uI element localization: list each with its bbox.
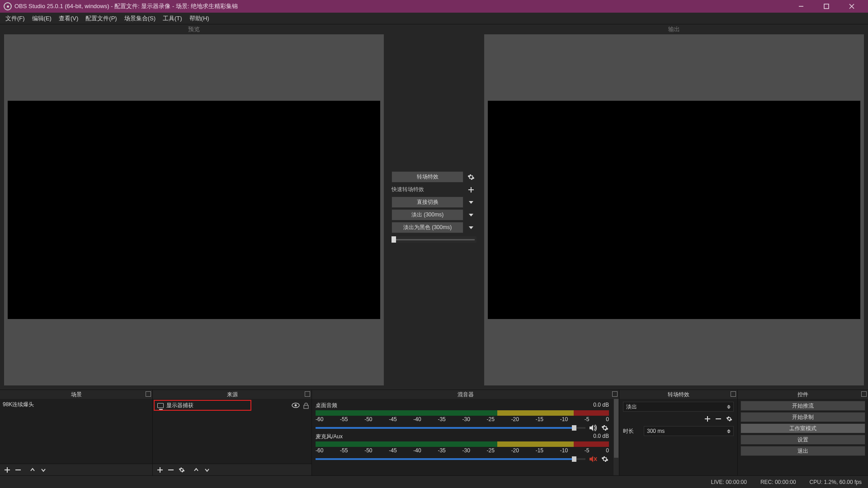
chevron-down-icon[interactable] xyxy=(465,197,476,208)
speaker-icon[interactable] xyxy=(589,424,597,432)
mixer-channel-name: 桌面音频 xyxy=(316,402,337,409)
source-row[interactable]: 显示器捕获 xyxy=(154,400,251,411)
output-pane[interactable] xyxy=(484,34,864,385)
dock-popout-icon[interactable] xyxy=(612,391,618,397)
mixer-channel-db: 0.0 dB xyxy=(593,433,609,441)
scene-row[interactable]: 98K连续爆头 xyxy=(0,399,152,410)
transition-select[interactable]: 淡出 xyxy=(623,402,734,412)
menu-file[interactable]: 文件(F) xyxy=(2,13,28,24)
transition-settings-button[interactable] xyxy=(725,414,734,423)
output-canvas xyxy=(488,101,860,319)
mixer-scrollbar[interactable] xyxy=(613,399,619,475)
quick-transition-fade-black[interactable]: 淡出为黑色 (300ms) xyxy=(392,222,463,233)
menu-help[interactable]: 帮助(H) xyxy=(186,13,213,24)
source-label: 显示器捕获 xyxy=(166,402,193,409)
remove-source-button[interactable] xyxy=(166,465,175,474)
mixer-dock: 混音器 桌面音频0.0 dB -60-55-50-45-40-35-30-25-… xyxy=(312,390,619,475)
minimize-button[interactable] xyxy=(788,0,814,13)
status-live: LIVE: 00:00:00 xyxy=(711,479,746,485)
mixer-meter xyxy=(316,441,609,447)
maximize-button[interactable] xyxy=(814,0,839,13)
quick-transition-cut[interactable]: 直接切换 xyxy=(392,197,463,208)
sources-title: 来源 xyxy=(227,391,238,399)
mixer-volume-slider[interactable] xyxy=(316,458,585,460)
status-bar: LIVE: 00:00:00 REC: 00:00:00 CPU: 1.2%, … xyxy=(0,475,868,488)
remove-transition-button[interactable] xyxy=(714,414,723,423)
transition-column: 转场特效 快速转场特效 直接切换 淡出 (300ms) 淡出为黑色 (3 xyxy=(388,24,480,389)
obs-logo xyxy=(4,2,12,10)
move-source-down-button[interactable] xyxy=(203,465,212,474)
add-quick-transition-icon[interactable] xyxy=(465,184,476,195)
move-scene-up-button[interactable] xyxy=(28,465,37,474)
controls-dock: 控件 开始推流开始录制工作室模式设置退出 xyxy=(738,390,868,475)
svg-rect-1 xyxy=(824,4,829,9)
control-button-4[interactable]: 退出 xyxy=(741,446,865,456)
transition-slider[interactable] xyxy=(392,236,476,243)
lock-icon[interactable] xyxy=(303,403,309,409)
menubar: 文件(F) 编辑(E) 查看(V) 配置文件(P) 场景集合(S) 工具(T) … xyxy=(0,13,868,24)
mixer-channel: 麦克风/Aux0.0 dB -60-55-50-45-40-35-30-25-2… xyxy=(316,433,609,463)
control-button-1[interactable]: 开始录制 xyxy=(741,412,865,422)
status-cpu: CPU: 1.2%, 60.00 fps xyxy=(810,479,862,485)
preview-canvas xyxy=(8,101,380,319)
output-label: 输出 xyxy=(480,24,868,34)
visibility-icon[interactable] xyxy=(292,403,300,408)
transition-settings-icon[interactable] xyxy=(465,171,476,183)
control-button-2[interactable]: 工作室模式 xyxy=(741,423,865,433)
main-area: 预览 转场特效 快速转场特效 直接切换 淡出 ( xyxy=(0,24,868,389)
dock-popout-icon[interactable] xyxy=(861,391,867,397)
svg-marker-16 xyxy=(590,456,593,462)
transition-select-value: 淡出 xyxy=(626,403,637,411)
add-source-button[interactable] xyxy=(156,465,165,474)
dock-popout-icon[interactable] xyxy=(731,391,736,397)
control-button-3[interactable]: 设置 xyxy=(741,435,865,445)
menu-scene-collection[interactable]: 场景集合(S) xyxy=(121,13,159,24)
controls-title: 控件 xyxy=(797,391,808,399)
mixer-volume-slider[interactable] xyxy=(316,427,585,429)
mixer-ticks: -60-55-50-45-40-35-30-25-20-15-10-50 xyxy=(316,416,609,422)
chevron-down-icon[interactable] xyxy=(465,209,476,221)
duration-value: 300 ms xyxy=(647,428,727,434)
mixer-title: 混音器 xyxy=(458,391,474,399)
transition-button[interactable]: 转场特效 xyxy=(392,171,463,183)
monitor-icon xyxy=(157,403,164,408)
quick-transition-fade[interactable]: 淡出 (300ms) xyxy=(392,209,463,221)
scenes-dock: 场景 98K连续爆头 xyxy=(0,390,153,475)
duration-label: 时长 xyxy=(623,427,641,435)
dock-popout-icon[interactable] xyxy=(146,391,151,397)
mixer-ticks: -60-55-50-45-40-35-30-25-20-15-10-50 xyxy=(316,447,609,454)
scene-transitions-title: 转场特效 xyxy=(668,391,689,399)
preview-pane[interactable] xyxy=(4,34,384,385)
move-source-up-button[interactable] xyxy=(192,465,201,474)
mixer-channel-name: 麦克风/Aux xyxy=(316,433,343,441)
sources-dock: 来源 显示器捕获 xyxy=(153,390,312,475)
move-scene-down-button[interactable] xyxy=(39,465,48,474)
duration-input[interactable]: 300 ms xyxy=(644,426,734,436)
mixer-channel-db: 0.0 dB xyxy=(593,402,609,409)
menu-profile[interactable]: 配置文件(P) xyxy=(82,13,120,24)
gear-icon[interactable] xyxy=(601,424,609,432)
add-transition-button[interactable] xyxy=(703,414,712,423)
menu-edit[interactable]: 编辑(E) xyxy=(28,13,55,24)
status-rec: REC: 00:00:00 xyxy=(760,479,796,485)
control-button-0[interactable]: 开始推流 xyxy=(741,401,865,411)
gear-icon[interactable] xyxy=(601,455,609,463)
titlebar: OBS Studio 25.0.1 (64-bit, windows) - 配置… xyxy=(0,0,868,13)
mixer-meter xyxy=(316,410,609,416)
svg-point-10 xyxy=(295,404,297,407)
source-settings-button[interactable] xyxy=(177,465,186,474)
chevron-down-icon[interactable] xyxy=(465,222,476,233)
close-button[interactable] xyxy=(839,0,864,13)
speaker-muted-icon[interactable] xyxy=(589,455,597,463)
scene-transitions-dock: 转场特效 淡出 时长 300 ms xyxy=(619,390,738,475)
dock-popout-icon[interactable] xyxy=(305,391,310,397)
docks: 场景 98K连续爆头 来源 显示器捕获 xyxy=(0,389,868,475)
quick-transition-label: 快速转场特效 xyxy=(392,185,463,194)
scenes-title: 场景 xyxy=(71,391,82,399)
svg-rect-11 xyxy=(304,405,308,408)
remove-scene-button[interactable] xyxy=(14,465,23,474)
menu-view[interactable]: 查看(V) xyxy=(55,13,82,24)
add-scene-button[interactable] xyxy=(3,465,12,474)
menu-tools[interactable]: 工具(T) xyxy=(159,13,186,24)
preview-label: 预览 xyxy=(0,24,388,34)
